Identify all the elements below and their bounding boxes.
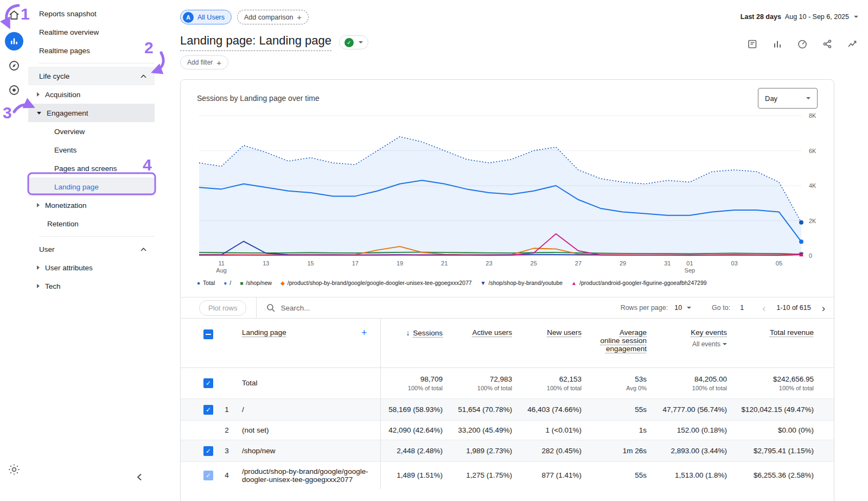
title-row: Landing page: Landing page ✓ [180, 34, 368, 51]
sidebar-item-events[interactable]: Events [28, 141, 155, 159]
key-events-filter-value: All events [692, 340, 720, 348]
search-icon [266, 303, 276, 313]
chevron-up-icon[interactable] [140, 247, 147, 252]
table-row[interactable]: ✓1/58,169 (58.93%)51,654 (70.78%)46,403 … [181, 398, 834, 420]
svg-text:0: 0 [809, 252, 812, 259]
column-header-key-events[interactable]: Key events All events [647, 319, 727, 367]
sidebar-item-engagement[interactable]: Engagement [28, 104, 155, 122]
total-row-checkbox[interactable]: ✓ [203, 378, 213, 388]
column-header-total-revenue[interactable]: Total revenue [727, 319, 834, 367]
chevron-left-icon [137, 473, 142, 481]
notes-icon [747, 39, 758, 49]
sidebar-item-realtime-pages[interactable]: Realtime pages [28, 41, 155, 60]
new-users-cell: 46,403 (74.66%) [512, 398, 582, 420]
expand-right-icon[interactable] [37, 203, 40, 207]
sidebar-item-landing-page[interactable]: Landing page [28, 177, 155, 196]
sidebar-item-acquisition[interactable]: Acquisition [28, 85, 155, 104]
plot-rows-button[interactable]: Plot rows [199, 300, 246, 316]
expand-right-icon[interactable] [37, 284, 40, 288]
sidebar-item-monetization[interactable]: Monetization [28, 196, 155, 214]
legend-item[interactable]: ■/shop/new [240, 280, 272, 286]
rows-per-page-value: 10 [674, 304, 682, 312]
table-body: ✓1/58,169 (58.93%)51,654 (70.78%)46,403 … [181, 398, 834, 489]
column-header-sessions[interactable]: ↓ Sessions [380, 319, 443, 367]
notes-button[interactable] [746, 38, 758, 50]
reports-nav-sidebar: Reports snapshot Realtime overview Realt… [28, 0, 176, 501]
table-row[interactable]: 2(not set)42,090 (42.64%)33,200 (45.49%)… [181, 420, 834, 440]
granularity-select[interactable]: Day [758, 88, 818, 109]
table-row[interactable]: ✓3/shop/new2,448 (2.48%)1,989 (2.73%)282… [181, 440, 834, 461]
sidebar-item-overview[interactable]: Overview [28, 122, 155, 141]
sidebar-item-label: Realtime pages [39, 47, 90, 55]
add-column-button[interactable]: + [361, 328, 367, 337]
row-checkbox[interactable]: ✓ [203, 405, 213, 415]
row-checkbox[interactable]: ✓ [203, 471, 213, 480]
total-label: Total [242, 379, 258, 387]
expand-right-icon[interactable] [37, 92, 40, 97]
reports-icon [5, 32, 23, 50]
legend-item[interactable]: ●Total [197, 280, 215, 286]
advertising-button[interactable] [3, 79, 25, 101]
page-title: Landing page: Landing page [180, 34, 331, 51]
sidebar-item-realtime-overview[interactable]: Realtime overview [28, 23, 155, 41]
key-events-filter-select[interactable]: All events [647, 340, 727, 348]
sidebar-section-user[interactable]: User [28, 240, 155, 258]
next-page-button[interactable]: › [822, 303, 825, 313]
insights-button[interactable] [846, 38, 858, 50]
collapse-sidebar-button[interactable] [133, 471, 146, 484]
add-comparison-button[interactable]: Add comparison + [237, 10, 309, 24]
sidebar-item-pages-and-screens[interactable]: Pages and screens [28, 159, 155, 177]
landing-page-cell: / [235, 398, 380, 420]
sidebar-item-label: Acquisition [45, 91, 80, 99]
date-range-picker[interactable]: Last 28 days Aug 10 - Sep 6, 2025 [741, 13, 858, 21]
sidebar-section-life-cycle[interactable]: Life cycle [28, 67, 155, 85]
legend-item[interactable]: ◆/product/shop-by-brand/google/google-do… [280, 280, 471, 286]
expand-down-icon[interactable] [37, 112, 41, 115]
legend-marker-icon: ■ [240, 280, 243, 286]
explore-button[interactable] [3, 55, 25, 77]
sidebar-item-label: Retention [47, 220, 79, 228]
home-button[interactable] [3, 4, 25, 26]
row-checkbox[interactable]: ✓ [203, 446, 213, 456]
comparison-chips-row: A All Users Add comparison + [180, 10, 309, 24]
reports-button[interactable] [3, 30, 25, 52]
column-header-landing-page[interactable]: Landing page [242, 328, 286, 337]
sidebar-item-label: User attributes [45, 264, 93, 272]
sidebar-item-reports-snapshot[interactable]: Reports snapshot [28, 4, 155, 23]
all-users-chip[interactable]: A All Users [180, 10, 232, 24]
sidebar-item-tech[interactable]: Tech [28, 277, 155, 295]
rows-per-page-select[interactable]: 10 [674, 304, 691, 312]
chart-legend: ●Total●/■/shop/new◆/product/shop-by-bran… [197, 280, 826, 286]
select-all-checkbox[interactable] [203, 329, 213, 339]
column-header-active-users[interactable]: Active users [443, 319, 512, 367]
sidebar-item-user-attributes[interactable]: User attributes [28, 258, 155, 277]
chevron-up-icon[interactable] [140, 74, 147, 79]
legend-item[interactable]: ▼/shop/shop-by-brand/youtube [481, 280, 563, 286]
comparison-bars-button[interactable] [771, 38, 783, 50]
goto-label: Go to: [712, 304, 730, 312]
expand-right-icon[interactable] [37, 265, 40, 270]
legend-item[interactable]: ▲/product/android-googler-figurine-ggoea… [571, 280, 707, 286]
landing-pages-table: Landing page + ↓ Sessions Active users N… [181, 319, 834, 489]
gear-icon [8, 463, 21, 476]
plus-icon: + [216, 59, 221, 67]
sessions-chart: 02K4K6K8K11Aug1315171921232527293101Sep0… [196, 110, 825, 276]
table-toolbar: Plot rows Rows per page: 10 Go to: 1 ‹ 1… [181, 297, 834, 319]
column-header-new-users[interactable]: New users [512, 319, 582, 367]
search-input[interactable] [280, 304, 443, 312]
sidebar-item-label: Landing page [54, 183, 99, 191]
share-button[interactable] [821, 38, 833, 50]
legend-item[interactable]: ●/ [224, 280, 231, 286]
legend-marker-icon: ● [224, 280, 227, 286]
column-header-avg-engagement[interactable]: Average online session engagement [582, 319, 647, 367]
data-quality-pill[interactable]: ✓ [339, 35, 368, 49]
svg-text:03: 03 [731, 260, 738, 267]
admin-settings-button[interactable] [3, 459, 25, 480]
prev-page-button[interactable]: ‹ [762, 303, 765, 313]
speed-button[interactable] [796, 38, 808, 50]
svg-text:13: 13 [263, 260, 269, 267]
table-row[interactable]: ✓4/product/shop-by-brand/google/google-d… [181, 461, 834, 489]
add-filter-button[interactable]: Add filter + [180, 55, 228, 69]
goto-input[interactable]: 1 [740, 304, 744, 312]
sidebar-item-retention[interactable]: Retention [28, 214, 155, 233]
